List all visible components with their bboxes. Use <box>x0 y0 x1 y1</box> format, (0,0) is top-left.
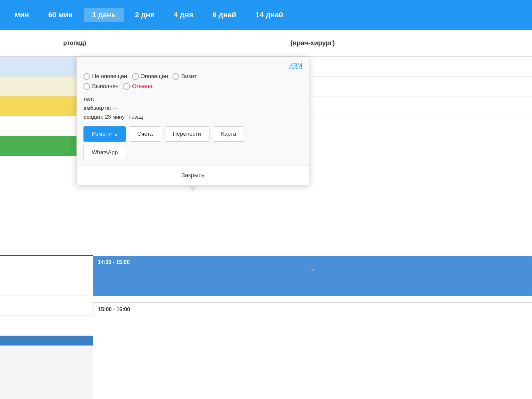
popup-top-row: ИЗМ <box>83 62 302 69</box>
radio-label-visit: Визит <box>181 73 197 80</box>
amb-row: амб.карта: -- <box>83 103 302 112</box>
edit-button[interactable]: Изменить <box>83 126 126 142</box>
time-slot-11[interactable] <box>0 256 93 276</box>
radio-circle-3 <box>173 73 179 80</box>
nav-item-2days[interactable]: 2 дня <box>127 8 162 22</box>
created-label: создан: <box>83 114 103 120</box>
tel-label: тел: <box>83 96 94 102</box>
time-slot-9[interactable] <box>0 216 93 236</box>
radio-row-2: Выполнен Отмена <box>83 83 302 90</box>
close-button-row: Закрыть <box>77 166 309 185</box>
amb-label: амб.карта: <box>83 105 111 111</box>
radio-circle-4 <box>83 83 90 90</box>
izm-link[interactable]: ИЗМ <box>289 62 302 69</box>
action-buttons-row-1: Изменить Счета Перенести Карта <box>83 126 302 142</box>
calendar-header: ртопед) (врач-хирург) <box>0 30 532 57</box>
right-doctor-header: (врач-хирург) <box>93 30 532 56</box>
radio-label-not-notified: Не оповещен <box>92 73 127 80</box>
nav-item-6days[interactable]: 6 дней <box>204 8 244 22</box>
event-divider-14: = <box>98 267 527 273</box>
time-slot-14[interactable] <box>0 316 93 336</box>
radio-notified[interactable]: Оповещен <box>132 73 168 80</box>
event-time-14: 14:00 - 15:00 <box>98 259 527 265</box>
action-buttons-row-2: WhatsApp <box>83 145 302 160</box>
radio-cancel[interactable]: Отмена <box>123 83 152 90</box>
radio-label-cancel: Отмена <box>132 83 152 90</box>
nav-item-4days[interactable]: 4 дня <box>166 8 201 22</box>
radio-circle-1 <box>83 73 90 80</box>
radio-label-completed: Выполнен <box>92 83 119 90</box>
appointment-info: тел: амб.карта: -- создан: 23 минут наза… <box>83 94 302 122</box>
time-slot-12[interactable] <box>0 276 93 296</box>
nav-item-60min[interactable]: 60 мин <box>40 8 81 22</box>
radio-label-notified: Оповещен <box>141 73 168 80</box>
slot-empty-9[interactable] <box>93 216 532 236</box>
card-button[interactable]: Карта <box>213 126 245 142</box>
current-time-line <box>0 255 93 256</box>
slot-empty-10[interactable] <box>93 236 532 256</box>
time-slot-10[interactable] <box>0 236 93 256</box>
amb-value: -- <box>113 105 116 111</box>
radio-circle-2 <box>132 73 139 80</box>
appointment-popup: ИЗМ Не оповещен Оповещен Визит Выполнен … <box>76 57 309 185</box>
time-slot-13[interactable] <box>0 296 93 316</box>
popup-caret-border <box>187 185 199 192</box>
time-slot-8[interactable] <box>0 196 93 216</box>
event-block-14[interactable]: 14:00 - 15:00 = <box>93 256 532 296</box>
radio-not-notified[interactable]: Не оповещен <box>83 73 127 80</box>
move-button[interactable]: Перенести <box>165 126 209 142</box>
close-button[interactable]: Закрыть <box>77 166 309 185</box>
nav-item-1day[interactable]: 1 день <box>84 8 124 22</box>
radio-completed[interactable]: Выполнен <box>83 83 119 90</box>
top-nav: мин 60 мин 1 день 2 дня 4 дня 6 дней 14 … <box>0 0 532 30</box>
tel-row: тел: <box>83 94 302 103</box>
radio-row-1: Не оповещен Оповещен Визит <box>83 73 302 80</box>
nav-item-14days[interactable]: 14 дней <box>247 8 291 22</box>
radio-visit[interactable]: Визит <box>173 73 197 80</box>
radio-circle-5 <box>123 83 130 90</box>
invoices-button[interactable]: Счета <box>129 126 161 142</box>
event-block-15[interactable]: 15:00 - 16:00 <box>93 303 532 316</box>
event-time-15: 15:00 - 16:00 <box>98 307 527 313</box>
created-value: 23 минут назад <box>105 114 143 120</box>
created-row: создан: 23 минут назад <box>83 112 302 121</box>
left-doctor-header: ртопед) <box>0 30 93 56</box>
time-slot-blue-bottom[interactable] <box>0 336 93 346</box>
nav-item-min[interactable]: мин <box>7 8 37 22</box>
slot-empty-8[interactable] <box>93 196 532 216</box>
slot-between-events[interactable] <box>93 296 532 303</box>
whatsapp-button[interactable]: WhatsApp <box>83 145 126 160</box>
